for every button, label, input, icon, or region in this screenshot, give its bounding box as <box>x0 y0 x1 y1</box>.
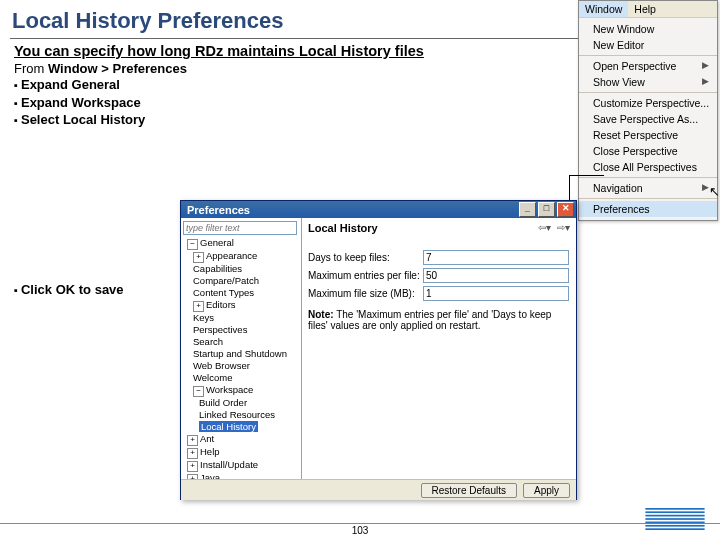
menu-open-perspective[interactable]: Open Perspective▶ <box>579 58 717 74</box>
tree-help[interactable]: +Help <box>187 446 301 459</box>
svg-rect-5 <box>645 525 704 527</box>
from-path: Window > Preferences <box>48 61 187 76</box>
svg-rect-0 <box>645 508 704 510</box>
expand-icon[interactable]: + <box>187 448 198 459</box>
close-button[interactable]: ✕ <box>557 202 574 217</box>
size-label: Maximum file size (MB): <box>308 288 423 299</box>
entries-input[interactable] <box>423 268 569 283</box>
tree-item[interactable]: Linked Resources <box>199 409 301 421</box>
menu-help[interactable]: Help <box>628 1 662 17</box>
days-input[interactable] <box>423 250 569 265</box>
panel: Local History ⇦▾ ⇨▾ Days to keep files: … <box>302 218 576 479</box>
panel-title: Local History <box>308 222 570 234</box>
tree-editors[interactable]: +Editors <box>193 299 301 312</box>
size-input[interactable] <box>423 286 569 301</box>
minimize-button[interactable]: _ <box>519 202 536 217</box>
menu-reset[interactable]: Reset Perspective <box>579 127 717 143</box>
note: Note: The 'Maximum entries per file' and… <box>308 309 570 331</box>
tree-item[interactable]: Startup and Shutdown <box>193 348 301 360</box>
expand-icon[interactable]: + <box>187 435 198 446</box>
separator <box>579 55 717 56</box>
filter-input[interactable] <box>183 221 297 235</box>
forward-icon[interactable]: ⇨▾ <box>557 222 570 233</box>
menu-close-all[interactable]: Close All Perspectives <box>579 159 717 175</box>
tree-appearance[interactable]: +Appearance <box>193 250 301 263</box>
svg-rect-6 <box>645 528 704 530</box>
tree-view[interactable]: −General +Appearance Capabilities Compar… <box>181 218 302 479</box>
tree-item[interactable]: Perspectives <box>193 324 301 336</box>
tree-install[interactable]: +Install/Update <box>187 459 301 472</box>
collapse-icon[interactable]: − <box>193 386 204 397</box>
days-label: Days to keep files: <box>308 252 423 263</box>
tree-item[interactable]: Compare/Patch <box>193 275 301 287</box>
tree-java[interactable]: +Java <box>187 472 301 479</box>
tree-ant[interactable]: +Ant <box>187 433 301 446</box>
tree-item[interactable]: Web Browser <box>193 360 301 372</box>
expand-icon[interactable]: + <box>187 461 198 472</box>
expand-icon[interactable]: + <box>187 474 198 479</box>
svg-rect-1 <box>645 511 704 513</box>
from-prefix: From <box>14 61 48 76</box>
dialog-title: Preferences <box>187 204 250 216</box>
restore-defaults-button[interactable]: Restore Defaults <box>421 483 517 498</box>
tree-item[interactable]: Welcome <box>193 372 301 384</box>
menu-new-editor[interactable]: New Editor <box>579 37 717 53</box>
chevron-right-icon: ▶ <box>702 76 709 88</box>
page-number: 103 <box>0 523 720 536</box>
collapse-icon[interactable]: − <box>187 239 198 250</box>
expand-icon[interactable]: + <box>193 252 204 263</box>
menu-show-view[interactable]: Show View▶ <box>579 74 717 90</box>
chevron-right-icon: ▶ <box>702 182 709 194</box>
tree-item[interactable]: Keys <box>193 312 301 324</box>
menu-save-as[interactable]: Save Perspective As... <box>579 111 717 127</box>
menu-bar: Window Help <box>579 1 717 18</box>
menu-window[interactable]: Window <box>579 1 628 17</box>
tree-item[interactable]: Capabilities <box>193 263 301 275</box>
maximize-button[interactable]: □ <box>538 202 555 217</box>
menu-close[interactable]: Close Perspective <box>579 143 717 159</box>
ibm-logo <box>640 508 710 534</box>
back-icon[interactable]: ⇦▾ <box>538 222 551 233</box>
menu-customize[interactable]: Customize Perspective... <box>579 95 717 111</box>
click-ok: Click OK to save <box>14 282 124 297</box>
separator <box>579 92 717 93</box>
tree-local-history[interactable]: Local History <box>199 421 301 433</box>
apply-button[interactable]: Apply <box>523 483 570 498</box>
tree-item[interactable]: Content Types <box>193 287 301 299</box>
svg-rect-4 <box>645 522 704 524</box>
svg-rect-3 <box>645 518 704 520</box>
entries-label: Maximum entries per file: <box>308 270 423 281</box>
expand-icon[interactable]: + <box>193 301 204 312</box>
preferences-dialog: Preferences _ □ ✕ −General +Appearance C… <box>180 200 577 500</box>
svg-rect-2 <box>645 515 704 517</box>
menu-new-window[interactable]: New Window <box>579 21 717 37</box>
dialog-titlebar[interactable]: Preferences _ □ ✕ <box>181 201 576 218</box>
chevron-right-icon: ▶ <box>702 60 709 72</box>
tree-workspace[interactable]: −Workspace Build Order Linked Resources … <box>193 384 301 433</box>
tree-item[interactable]: Search <box>193 336 301 348</box>
tree-item[interactable]: Build Order <box>199 397 301 409</box>
tree-general[interactable]: −General +Appearance Capabilities Compar… <box>187 237 301 433</box>
